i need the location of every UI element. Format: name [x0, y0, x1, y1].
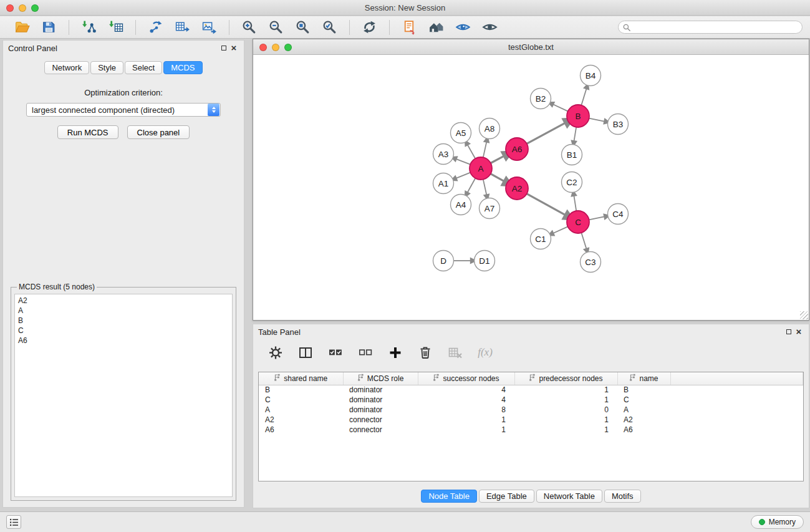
edge-B-B2[interactable] [553, 105, 567, 112]
edge-B-B1[interactable] [574, 127, 577, 141]
node-C3[interactable]: C3 [581, 252, 601, 273]
edge-A-A8[interactable] [483, 142, 486, 157]
cell[interactable]: 1 [514, 395, 617, 405]
cell[interactable]: 0 [514, 405, 617, 415]
node-A7[interactable]: A7 [480, 198, 500, 219]
edge-C-C1[interactable] [554, 226, 568, 233]
zoom-selected-icon[interactable] [321, 19, 338, 36]
cell[interactable]: connector [343, 425, 418, 435]
add-row-icon[interactable] [388, 345, 403, 360]
cell[interactable]: 4 [418, 395, 514, 405]
cell[interactable]: A [259, 405, 343, 415]
settings-icon[interactable] [268, 345, 283, 360]
float-table-panel-icon[interactable] [784, 327, 794, 337]
export-image-icon[interactable] [201, 19, 218, 36]
session-document-icon[interactable] [401, 19, 418, 36]
close-panel-icon[interactable]: × [229, 43, 239, 53]
node-A8[interactable]: A8 [480, 118, 500, 139]
deselect-all-icon[interactable] [358, 345, 373, 360]
column-header-name[interactable]: name [617, 372, 670, 385]
cell[interactable]: 4 [418, 385, 514, 395]
cell[interactable]: A6 [259, 425, 343, 435]
network-zoom-button[interactable] [284, 44, 292, 51]
cell[interactable]: 1 [514, 385, 617, 395]
close-table-panel-icon[interactable]: × [794, 327, 804, 337]
mcds-result-item[interactable]: A2 [18, 296, 229, 306]
table-row[interactable]: Bdominator41B [259, 385, 803, 395]
tab-edge-table[interactable]: Edge Table [479, 490, 534, 503]
search-input[interactable] [634, 23, 798, 32]
mcds-result-item[interactable]: A [18, 306, 229, 316]
close-panel-button[interactable]: Close panel [127, 125, 190, 139]
export-network-icon[interactable] [147, 19, 164, 36]
apply-preferred-layout-icon[interactable] [361, 19, 378, 36]
tab-select[interactable]: Select [125, 61, 162, 74]
criterion-dropdown[interactable]: largest connected component (directed) [26, 103, 221, 117]
table-row[interactable]: Cdominator41C [259, 395, 803, 405]
close-window-button[interactable] [6, 4, 14, 12]
select-all-icon[interactable] [328, 345, 343, 360]
node-D[interactable]: D [433, 251, 454, 271]
window-resize-grip[interactable] [800, 311, 808, 319]
cell[interactable]: A [617, 405, 670, 415]
edge-A-A7[interactable] [483, 180, 486, 195]
tab-network-table[interactable]: Network Table [536, 490, 602, 503]
edge-A-A1[interactable] [456, 173, 470, 178]
zoom-window-button[interactable] [31, 4, 39, 12]
tab-motifs[interactable]: Motifs [604, 490, 641, 503]
edge-B-B3[interactable] [589, 118, 604, 122]
node-B[interactable]: B [567, 105, 589, 127]
column-header-MCDS-role[interactable]: MCDS role [343, 372, 418, 385]
home-icon[interactable] [428, 19, 445, 36]
edge-A-A2[interactable] [491, 174, 504, 181]
tab-network[interactable]: Network [44, 61, 89, 74]
node-C4[interactable]: C4 [608, 204, 629, 225]
node-A5[interactable]: A5 [451, 123, 471, 143]
show-graphics-details-icon[interactable] [455, 19, 471, 36]
edge-B-B4[interactable] [581, 89, 586, 105]
node-A[interactable]: A [470, 157, 492, 180]
node-B4[interactable]: B4 [581, 65, 601, 86]
cell[interactable]: A6 [617, 425, 670, 435]
column-header-shared-name[interactable]: shared name [259, 372, 343, 385]
zoom-out-icon[interactable] [268, 19, 284, 36]
table-row[interactable]: Adominator80A [259, 405, 803, 415]
open-session-icon[interactable] [14, 19, 31, 36]
show-hide-icon[interactable] [481, 19, 498, 36]
cell[interactable]: B [259, 385, 343, 395]
edge-A2-C[interactable] [527, 194, 565, 215]
node-A1[interactable]: A1 [433, 173, 454, 194]
cell[interactable]: 1 [418, 415, 514, 425]
mcds-result-item[interactable]: A6 [18, 336, 229, 346]
cell[interactable]: dominator [343, 385, 418, 395]
table-row[interactable]: A6connector11A6 [259, 425, 803, 435]
zoom-fit-icon[interactable] [294, 19, 311, 36]
cell[interactable]: B [617, 385, 670, 395]
save-session-icon[interactable] [41, 19, 57, 36]
mcds-result-item[interactable]: B [18, 316, 229, 326]
float-panel-icon[interactable] [219, 43, 229, 53]
edge-C-C3[interactable] [581, 233, 586, 248]
cell[interactable]: C [617, 395, 670, 405]
edge-C-C2[interactable] [574, 196, 576, 211]
node-B3[interactable]: B3 [608, 114, 629, 135]
column-header-successor-nodes[interactable]: successor nodes [418, 372, 514, 385]
panel-menu-button[interactable] [6, 515, 21, 529]
import-table-from-file-icon[interactable] [107, 19, 124, 36]
tab-node-table[interactable]: Node Table [421, 490, 477, 503]
edge-A-A5[interactable] [468, 145, 475, 159]
cell[interactable]: A2 [259, 415, 343, 425]
mcds-result-item[interactable]: C [18, 326, 229, 336]
cell[interactable]: 8 [418, 405, 514, 415]
split-panel-icon[interactable] [298, 345, 313, 360]
cell[interactable]: A2 [617, 415, 670, 425]
node-C2[interactable]: C2 [562, 172, 582, 193]
edge-A6-B[interactable] [527, 123, 565, 143]
cell[interactable]: 1 [418, 425, 514, 435]
network-minimize-button[interactable] [272, 44, 279, 51]
node-A2[interactable]: A2 [506, 177, 528, 200]
node-C[interactable]: C [567, 211, 589, 233]
edge-A-A3[interactable] [456, 159, 470, 165]
edge-A-A6[interactable] [491, 156, 504, 163]
cell[interactable]: dominator [343, 405, 418, 415]
